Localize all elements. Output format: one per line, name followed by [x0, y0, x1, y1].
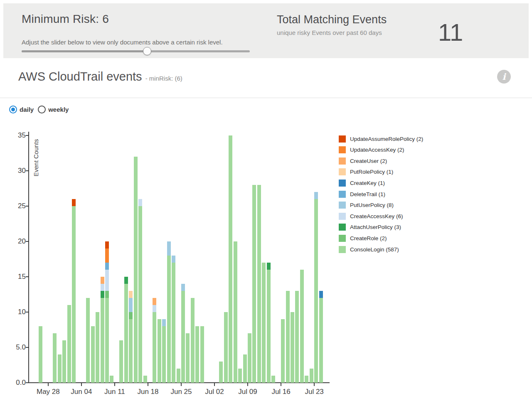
bar-segment-ConsoleLogin[interactable] — [110, 376, 113, 383]
bar-segment-ConsoleLogin[interactable] — [72, 206, 76, 383]
bar-segment-UpdateAssumeRolePolicy[interactable] — [105, 241, 109, 248]
legend-label[interactable]: CreateRole (2) — [350, 235, 387, 241]
bar-segment-ConsoleLogin[interactable] — [234, 241, 237, 383]
legend-swatch[interactable] — [339, 146, 346, 153]
bar-segment-ConsoleLogin[interactable] — [314, 199, 318, 383]
bar-segment-ConsoleLogin[interactable] — [134, 157, 138, 383]
bar-segment-ConsoleLogin[interactable] — [39, 326, 42, 383]
bar-segment-ConsoleLogin[interactable] — [124, 284, 128, 383]
bar-segment-ConsoleLogin[interactable] — [248, 333, 251, 383]
info-icon[interactable]: i — [497, 70, 511, 84]
radio-weekly[interactable] — [38, 106, 46, 113]
bar-segment-PutUserPolicy[interactable] — [314, 192, 318, 199]
bar-segment-ConsoleLogin[interactable] — [101, 298, 104, 383]
legend-label[interactable]: PutRolePolicy (1) — [350, 169, 393, 175]
risk-slider-handle[interactable] — [143, 47, 151, 55]
legend-item-CreateKey[interactable]: CreateKey (1) — [339, 179, 385, 187]
legend-label[interactable]: CreateAccessKey (6) — [350, 213, 403, 219]
interval-option-weekly[interactable]: weekly — [38, 106, 69, 113]
bar-segment-CreateKey[interactable] — [319, 291, 323, 298]
risk-slider-track[interactable] — [22, 50, 250, 52]
legend-label[interactable]: AttachUserPolicy (3) — [350, 224, 401, 230]
legend-label[interactable]: CreateUser (2) — [350, 158, 387, 164]
bar-segment-CreateRole[interactable] — [129, 312, 133, 319]
radio-daily-selected[interactable] — [9, 106, 17, 113]
bar-segment-ConsoleLogin[interactable] — [252, 185, 256, 383]
legend-item-PutRolePolicy[interactable]: PutRolePolicy (1) — [339, 168, 393, 176]
legend-label[interactable]: DeleteTrail (1) — [350, 191, 385, 197]
legend-swatch[interactable] — [339, 168, 346, 175]
bar-segment-ConsoleLogin[interactable] — [243, 354, 247, 383]
bar-segment-PutUserPolicy[interactable] — [172, 256, 175, 263]
bar-segment-ConsoleLogin[interactable] — [319, 298, 323, 383]
bar-segment-ConsoleLogin[interactable] — [262, 263, 266, 383]
bar-segment-ConsoleLogin[interactable] — [191, 298, 195, 383]
bar-segment-ConsoleLogin[interactable] — [271, 376, 275, 383]
bar-segment-ConsoleLogin[interactable] — [200, 326, 204, 383]
legend-label[interactable]: ConsoleLogin (587) — [350, 246, 399, 253]
bar-segment-CreateAccessKey[interactable] — [101, 284, 104, 291]
bar-segment-ConsoleLogin[interactable] — [158, 319, 161, 383]
bar-segment-ConsoleLogin[interactable] — [162, 326, 166, 383]
bar-segment-ConsoleLogin[interactable] — [295, 291, 299, 383]
legend-swatch[interactable] — [339, 135, 346, 143]
bar-segment-AttachUserPolicy[interactable] — [267, 263, 271, 270]
bar-segment-CreateAccessKey[interactable] — [153, 305, 156, 312]
bar-segment-ConsoleLogin[interactable] — [105, 298, 109, 383]
bar-segment-CreateAccessKey[interactable] — [138, 199, 142, 206]
bar-segment-ConsoleLogin[interactable] — [96, 312, 99, 383]
bar-segment-PutUserPolicy[interactable] — [162, 319, 166, 326]
bar-segment-DeleteTrail[interactable] — [105, 263, 109, 270]
legend-swatch[interactable] — [339, 191, 346, 198]
bar-segment-ConsoleLogin[interactable] — [181, 291, 185, 383]
bar-segment-UpdateAccessKey[interactable] — [105, 248, 109, 263]
bar-segment-ConsoleLogin[interactable] — [267, 270, 271, 383]
bar-segment-ConsoleLogin[interactable] — [91, 326, 95, 383]
bar-segment-ConsoleLogin[interactable] — [129, 319, 133, 383]
bar-segment-CreateRole[interactable] — [105, 291, 109, 298]
legend-label[interactable]: CreateKey (1) — [350, 180, 385, 186]
legend-item-PutUserPolicy[interactable]: PutUserPolicy (8) — [339, 202, 394, 209]
legend-label[interactable]: UpdateAssumeRolePolicy (2) — [350, 136, 423, 142]
bar-segment-CreateUser[interactable] — [153, 298, 156, 305]
legend-label[interactable]: PutUserPolicy (8) — [350, 202, 394, 208]
bar-segment-ConsoleLogin[interactable] — [310, 369, 313, 383]
legend-label[interactable]: UpdateAccessKey (2) — [350, 147, 404, 153]
radio-label[interactable]: weekly — [48, 106, 69, 113]
legend-item-DeleteTrail[interactable]: DeleteTrail (1) — [339, 190, 385, 198]
legend-swatch[interactable] — [339, 180, 346, 187]
bar-segment-PutUserPolicy[interactable] — [129, 298, 133, 312]
bar-segment-ConsoleLogin[interactable] — [143, 376, 147, 383]
bar-segment-ConsoleLogin[interactable] — [53, 333, 57, 383]
bar-segment-AttachUserPolicy[interactable] — [101, 291, 104, 298]
bar-segment-ConsoleLogin[interactable] — [186, 333, 190, 383]
legend-swatch[interactable] — [339, 157, 346, 165]
bar-segment-ConsoleLogin[interactable] — [62, 340, 66, 383]
bar-segment-CreateAccessKey[interactable] — [105, 270, 109, 291]
legend-item-CreateAccessKey[interactable]: CreateAccessKey (6) — [339, 212, 403, 220]
bar-segment-ConsoleLogin[interactable] — [138, 206, 142, 383]
radio-label[interactable]: daily — [20, 106, 34, 113]
bar-segment-ConsoleLogin[interactable] — [229, 135, 232, 383]
bar-segment-ConsoleLogin[interactable] — [172, 263, 175, 383]
legend-swatch[interactable] — [339, 202, 346, 209]
bar-segment-ConsoleLogin[interactable] — [219, 362, 223, 383]
bar-segment-ConsoleLogin[interactable] — [86, 298, 90, 383]
legend-swatch[interactable] — [339, 246, 346, 253]
bar-segment-ConsoleLogin[interactable] — [291, 312, 294, 383]
bar-segment-ConsoleLogin[interactable] — [177, 369, 180, 383]
legend-swatch[interactable] — [339, 235, 346, 242]
legend-swatch[interactable] — [339, 224, 346, 231]
bar-segment-ConsoleLogin[interactable] — [257, 185, 261, 383]
bar-segment-ConsoleLogin[interactable] — [300, 270, 304, 383]
interval-option-daily[interactable]: daily — [9, 106, 34, 113]
legend-item-ConsoleLogin[interactable]: ConsoleLogin (587) — [339, 246, 399, 253]
bar-segment-PutRolePolicy[interactable] — [129, 291, 133, 298]
legend-item-CreateRole[interactable]: CreateRole (2) — [339, 234, 387, 242]
legend-item-CreateUser[interactable]: CreateUser (2) — [339, 157, 387, 165]
legend-item-UpdateAccessKey[interactable]: UpdateAccessKey (2) — [339, 146, 404, 154]
bar-segment-ConsoleLogin[interactable] — [67, 305, 71, 383]
bar-segment-CreateUser[interactable] — [101, 277, 104, 284]
bar-segment-ConsoleLogin[interactable] — [195, 326, 199, 383]
bar-segment-ConsoleLogin[interactable] — [286, 291, 290, 383]
